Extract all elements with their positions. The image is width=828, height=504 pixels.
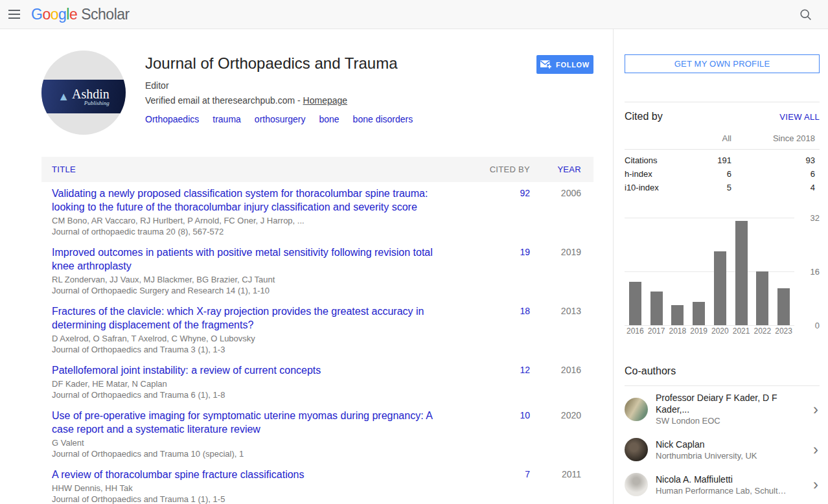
chart-bar-column — [646, 292, 667, 325]
publication-venue: Journal of Orthopaedics and Trauma 10 (s… — [52, 448, 443, 459]
publication-year-cell: 2019 — [530, 246, 581, 296]
chart-xtick-label: 2017 — [646, 326, 667, 336]
column-year-sort[interactable]: YEAR — [530, 165, 581, 174]
profile-name: Journal of Orthopaedics and Trauma — [145, 54, 536, 73]
interest-tag-link[interactable]: bone — [319, 114, 339, 124]
chart-ytick-label: 0 — [815, 321, 820, 330]
chart-xlabels: 20162017201820192020202120222023 — [625, 326, 794, 336]
publication-year-cell: 2011 — [530, 468, 581, 504]
logo-letter: e — [69, 6, 77, 23]
cited-by-count-link[interactable]: 12 — [472, 363, 530, 375]
column-cited-by-sort[interactable]: CITED BY — [472, 165, 530, 174]
publication-authors: HHW Dennis, HH Tak — [52, 483, 443, 494]
publication-year-cell: 2006 — [530, 187, 581, 237]
cited-by-section: Cited by VIEW ALL All Since 2018 Citatio… — [625, 102, 820, 194]
chevron-right-icon[interactable]: › — [804, 442, 820, 457]
coauthors-list: Professor Deiary F Kader, D F Kader,...S… — [625, 386, 820, 502]
chart-bar-column — [688, 302, 709, 325]
publication-authors: D Axelrod, O Safran, T Axelrod, C Whyne,… — [52, 333, 443, 344]
coauthor-name[interactable]: Professor Deiary F Kader, D F Kader,... — [656, 392, 804, 415]
chart-bar[interactable] — [756, 271, 768, 325]
coauthor-name[interactable]: Nick Caplan — [656, 439, 804, 450]
chart-bar[interactable] — [650, 292, 663, 325]
chart-bar[interactable] — [629, 282, 641, 325]
publication-venue: Journal of Orthopaedics and Trauma 1 (1)… — [52, 494, 443, 504]
search-icon[interactable] — [794, 3, 818, 27]
publication-row: Patellofemoral joint instability: a revi… — [41, 359, 593, 404]
publication-authors: CM Bono, AR Vaccaro, RJ Hurlbert, P Arno… — [52, 215, 443, 226]
publication-row: A review of thoracolumbar spine fracture… — [41, 463, 593, 504]
citation-stats-table: All Since 2018 Citations19193h-index66i1… — [625, 128, 820, 194]
publication-authors: G Valent — [52, 437, 443, 448]
chevron-right-icon[interactable]: › — [804, 402, 820, 417]
cited-by-count-link[interactable]: 19 — [472, 246, 530, 257]
chart-ytick-label: 16 — [811, 267, 820, 277]
coauthor-item[interactable]: Nick CaplanNorthumbria University, UK› — [625, 432, 820, 467]
interest-tags: Orthopaedicstraumaorthosurgerybonebone d… — [145, 114, 536, 124]
publications-table-header: TITLE CITED BY YEAR — [41, 157, 593, 182]
publication-title-link[interactable]: Fractures of the clavicle: which X-ray p… — [52, 304, 443, 332]
publication-title-link[interactable]: Validating a newly proposed classificati… — [52, 187, 443, 214]
publication-year: 2013 — [530, 304, 581, 316]
homepage-link[interactable]: Homepage — [303, 95, 348, 106]
coauthor-text: Professor Deiary F Kader, D F Kader,...S… — [656, 392, 804, 426]
interest-tag-link[interactable]: Orthopaedics — [145, 114, 199, 124]
stat-value-since: 6 — [731, 167, 820, 181]
coauthor-affiliation: Human Performance Lab, Schult… — [656, 485, 804, 496]
cited-by-count-link[interactable]: 18 — [472, 304, 530, 316]
cited-by-title: Cited by — [625, 111, 663, 122]
publication-year: 2019 — [530, 246, 581, 257]
publication-title-link[interactable]: Improved outcomes in patients with posit… — [52, 246, 443, 273]
logo-letter: o — [42, 6, 50, 23]
cited-by-count-link[interactable]: 92 — [472, 187, 530, 198]
chart-bar[interactable] — [714, 251, 726, 325]
publication-title-link[interactable]: Use of pre-operative imaging for symptom… — [52, 409, 443, 436]
coauthor-avatar — [625, 438, 648, 461]
publication-cited-cell: 12 — [472, 363, 530, 400]
publication-title-link[interactable]: A review of thoracolumbar spine fracture… — [52, 468, 443, 481]
logo-letter: G — [31, 6, 42, 23]
profile-role: Editor — [145, 80, 536, 91]
interest-tag-link[interactable]: trauma — [213, 114, 241, 124]
interest-tag-link[interactable]: bone disorders — [353, 114, 413, 124]
coauthor-item[interactable]: Nicola A. MaffiulettiHuman Performance L… — [625, 467, 820, 502]
cited-by-count-link[interactable]: 10 — [472, 409, 530, 420]
coauthor-affiliation: Northumbria University, UK — [656, 450, 804, 461]
publication-cited-cell: 92 — [472, 187, 530, 237]
chart-xtick-label: 2018 — [667, 326, 689, 336]
cited-by-count-link[interactable]: 7 — [472, 468, 530, 479]
get-my-own-profile-button[interactable]: GET MY OWN PROFILE — [625, 54, 820, 73]
chart-bar[interactable] — [671, 305, 684, 325]
view-all-link[interactable]: VIEW ALL — [779, 112, 820, 122]
coauthor-item[interactable]: Professor Deiary F Kader, D F Kader,...S… — [625, 386, 820, 432]
stat-label: h-index — [625, 167, 680, 181]
publication-row: Improved outcomes in patients with posit… — [41, 241, 593, 300]
publication-year: 2016 — [530, 363, 581, 375]
follow-label: FOLLOW — [556, 61, 590, 69]
main-column: ▲ Ashdin Publishing Journal of Orthopaed… — [41, 51, 593, 504]
chart-bar[interactable] — [693, 302, 705, 325]
chart-bar[interactable] — [777, 288, 790, 325]
interest-tag-link[interactable]: orthosurgery — [255, 114, 306, 124]
coauthor-avatar — [625, 473, 648, 496]
chart-xtick-label: 2016 — [625, 326, 646, 336]
follow-button[interactable]: FOLLOW — [536, 55, 593, 74]
avatar-wordmark-line1: Ashdin — [72, 87, 109, 100]
column-title: TITLE — [52, 165, 472, 174]
publication-main: Validating a newly proposed classificati… — [52, 187, 472, 237]
coauthor-name[interactable]: Nicola A. Maffiuletti — [656, 474, 804, 485]
google-scholar-logo[interactable]: Google Scholar — [31, 6, 130, 23]
menu-icon[interactable] — [0, 0, 29, 29]
publication-year: 2011 — [530, 468, 581, 479]
publication-venue: Journal of orthopaedic trauma 20 (8), 56… — [52, 226, 443, 237]
publication-venue: Journal of Orthopaedic Surgery and Resea… — [52, 285, 443, 296]
profile-avatar[interactable]: ▲ Ashdin Publishing — [41, 51, 126, 135]
coauthor-text: Nick CaplanNorthumbria University, UK — [656, 439, 804, 461]
publication-authors: RL Zondervan, JJ Vaux, MJ Blackmer, BG B… — [52, 274, 443, 285]
publication-year-cell: 2020 — [530, 409, 581, 459]
publication-authors: DF Kader, HE Matar, N Caplan — [52, 378, 443, 389]
publications-list: Validating a newly proposed classificati… — [41, 182, 593, 504]
publication-title-link[interactable]: Patellofemoral joint instability: a revi… — [52, 363, 443, 377]
chevron-right-icon[interactable]: › — [804, 477, 820, 492]
chart-bar[interactable] — [735, 221, 748, 325]
